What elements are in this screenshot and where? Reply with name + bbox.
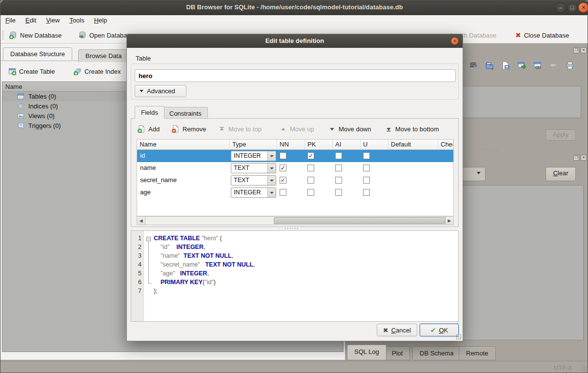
dialog-titlebar[interactable]: Edit table definition — [127, 34, 463, 48]
cancel-x-icon: ✖ — [383, 327, 388, 333]
toolbar-grip[interactable] — [2, 30, 4, 40]
sql-preview[interactable]: 1−CREATE TABLE "hero" (2 "id" INTEGER,3 … — [131, 230, 459, 322]
u-checkbox[interactable] — [363, 152, 370, 159]
db-close-icon: ✖ — [515, 32, 521, 39]
move-top-icon — [218, 125, 225, 133]
tab-remote[interactable]: Remote — [459, 346, 496, 360]
pk-checkbox[interactable] — [307, 189, 314, 196]
print-icon[interactable] — [565, 60, 575, 71]
close-database-button[interactable]: ✖ Close Database — [515, 29, 569, 41]
scroll-left-icon[interactable]: ◀ — [137, 217, 145, 225]
ai-checkbox[interactable] — [335, 177, 342, 184]
dialog-splitter[interactable] — [284, 228, 299, 229]
ai-checkbox[interactable] — [335, 152, 342, 159]
field-row-secret_name[interactable]: secret_name TEXT ✓ — [137, 174, 453, 186]
type-dropdown[interactable]: TEXT — [231, 175, 276, 186]
nn-checkbox[interactable] — [280, 189, 286, 196]
tab-fields[interactable]: Fields — [135, 106, 164, 119]
pk-checkbox[interactable]: ✓ — [307, 152, 314, 159]
move-down-button[interactable]: Move down — [328, 123, 371, 135]
menu-tools[interactable]: Tools — [64, 15, 89, 25]
nn-checkbox[interactable]: ✓ — [280, 177, 286, 184]
import-icon[interactable] — [484, 60, 495, 71]
column-header-pk[interactable]: PK — [305, 140, 333, 150]
chevron-down-icon — [267, 151, 276, 161]
column-header-type[interactable]: Type — [230, 140, 277, 150]
type-dropdown[interactable]: INTEGER — [231, 151, 276, 161]
scrollbar-handle[interactable] — [274, 217, 446, 224]
tab-plot[interactable]: Plot — [385, 346, 410, 360]
cancel-button[interactable]: ✖ Cancel — [377, 324, 417, 336]
u-checkbox[interactable] — [363, 177, 370, 184]
dock-close-icon[interactable]: ✕ — [581, 155, 587, 161]
move-up-button: Move up — [279, 123, 314, 135]
column-header-nn[interactable]: NN — [277, 140, 305, 150]
ok-check-icon: ✔ — [430, 327, 436, 333]
view-icon — [17, 112, 24, 121]
pk-checkbox[interactable] — [307, 165, 314, 171]
export-icon[interactable] — [500, 60, 511, 71]
fields-table: NameTypeNNPKAIUDefaultCheck id INTEGER ✓… — [137, 139, 454, 216]
minimize-icon[interactable]: – — [555, 2, 566, 13]
column-header-name[interactable]: Name — [137, 140, 230, 150]
fold-collapse-icon[interactable]: − — [146, 237, 151, 241]
field-row-name[interactable]: name TEXT ✓ — [137, 162, 453, 174]
menu-edit[interactable]: Edit — [20, 15, 41, 25]
scroll-right-icon[interactable]: ▶ — [445, 217, 453, 225]
field-row-age[interactable]: age INTEGER — [137, 186, 453, 199]
close-icon[interactable]: ✕ — [578, 2, 588, 13]
open-in-window-icon[interactable] — [516, 60, 527, 71]
resize-grip[interactable] — [582, 366, 588, 372]
set-null-icon[interactable] — [548, 60, 559, 71]
tab-db-schema[interactable]: DB Schema — [412, 346, 461, 360]
tab-database-structure[interactable]: Database Structure — [3, 47, 72, 60]
column-header-default[interactable]: Default — [388, 140, 438, 150]
dock-float-icon[interactable]: ❐ — [573, 47, 579, 53]
type-dropdown[interactable]: TEXT — [231, 163, 276, 173]
maximize-icon[interactable]: □ — [567, 2, 577, 13]
type-dropdown[interactable]: INTEGER — [231, 187, 276, 198]
create-index-button[interactable]: Create Index — [74, 65, 121, 78]
u-checkbox[interactable] — [363, 165, 370, 171]
remove-button[interactable]: Remove — [172, 123, 206, 135]
menu-help[interactable]: Help — [89, 15, 112, 25]
pk-checkbox[interactable] — [307, 177, 314, 184]
create-table-button[interactable]: Create Table — [8, 65, 55, 78]
chevron-down-icon — [267, 176, 276, 185]
window-titlebar[interactable]: DB Browser for SQLite - /home/user/code/… — [0, 0, 588, 15]
nn-checkbox[interactable]: ✓ — [280, 165, 286, 171]
menu-view[interactable]: View — [41, 15, 64, 25]
word-wrap-icon[interactable] — [468, 60, 479, 71]
edit-table-dialog: Edit table definition ✕ Table hero Advan… — [126, 34, 463, 341]
index-icon — [17, 103, 24, 111]
ai-checkbox[interactable] — [335, 189, 342, 196]
column-header-ai[interactable]: AI — [333, 140, 361, 150]
dock-float-icon[interactable]: ❐ — [573, 155, 579, 161]
sql-line: 1−CREATE TABLE "hero" ( — [131, 235, 458, 244]
link-icon[interactable] — [532, 60, 543, 71]
ai-checkbox[interactable] — [335, 165, 342, 171]
field-row-id[interactable]: id INTEGER ✓ — [137, 150, 453, 162]
ok-button[interactable]: ✔ OK — [420, 324, 459, 336]
fields-hscrollbar[interactable]: ◀ ▶ — [137, 216, 454, 225]
menu-file[interactable]: File — [0, 15, 20, 25]
move-to-bottom-button[interactable]: Move to bottom — [385, 123, 439, 135]
dock-close-icon[interactable]: ✕ — [581, 47, 587, 53]
apply-button: Apply — [546, 129, 576, 141]
column-header-check[interactable]: Check — [438, 140, 453, 150]
table-name-input[interactable]: hero — [135, 69, 456, 82]
new-database-button[interactable]: New Database — [9, 29, 61, 41]
dialog-close-icon[interactable]: ✕ — [451, 37, 459, 45]
add-button[interactable]: Add — [138, 123, 160, 135]
u-checkbox[interactable] — [363, 189, 370, 196]
tab-sql-log[interactable]: SQL Log — [347, 345, 386, 360]
advanced-button[interactable]: Advanced — [135, 85, 186, 97]
clear-button[interactable]: Clear — [546, 167, 576, 181]
column-header-u[interactable]: U — [361, 140, 388, 150]
nn-checkbox[interactable] — [280, 152, 286, 159]
tab-browse-data[interactable]: Browse Data — [78, 49, 129, 62]
dialog-resize-grip[interactable] — [456, 334, 462, 340]
dock-splitter[interactable] — [481, 149, 499, 151]
trigger-icon — [17, 122, 24, 131]
open-database-button[interactable]: Open Database — [79, 29, 134, 41]
